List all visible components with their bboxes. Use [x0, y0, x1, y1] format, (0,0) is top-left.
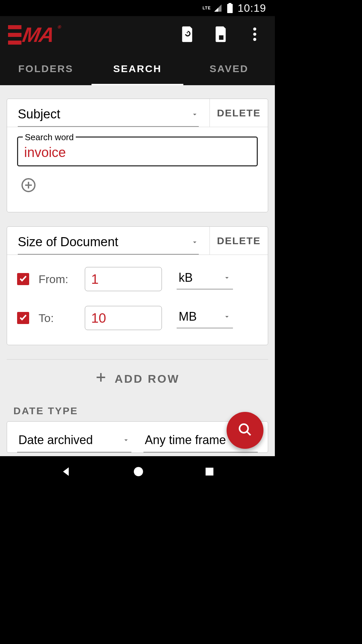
from-unit-select[interactable]: kB [177, 269, 233, 289]
overflow-button[interactable] [243, 23, 267, 47]
to-unit-select[interactable]: MB [177, 308, 233, 328]
nav-back-button[interactable] [61, 466, 72, 479]
chevron-down-icon [223, 310, 231, 324]
save-icon [215, 26, 228, 44]
restore-icon [181, 26, 194, 44]
from-label: From: [39, 273, 75, 286]
criteria-field-value: Size of Document [18, 235, 118, 249]
svg-point-4 [253, 33, 256, 36]
criteria-field-select[interactable]: Size of Document [18, 233, 199, 255]
restore-button[interactable] [176, 23, 200, 47]
battery-icon [227, 3, 233, 13]
system-nav-bar [0, 456, 275, 488]
date-type-select[interactable]: Date archived [17, 430, 131, 452]
chevron-down-icon [122, 433, 130, 447]
to-label: To: [39, 312, 75, 325]
nav-home-button[interactable] [133, 467, 143, 478]
tab-saved[interactable]: SAVED [183, 54, 275, 85]
svg-point-11 [240, 424, 248, 433]
logo-bars-icon [8, 25, 21, 45]
date-type-value: Date archived [18, 433, 93, 447]
svg-point-5 [253, 38, 256, 41]
more-vert-icon [253, 28, 256, 42]
to-value-input[interactable]: 10 [85, 306, 162, 330]
nav-recent-button[interactable] [205, 467, 214, 478]
chevron-down-icon [223, 271, 231, 285]
plus-icon [95, 372, 107, 386]
save-button[interactable] [209, 23, 233, 47]
clock: 10:19 [238, 2, 266, 14]
app-logo: MA® [8, 24, 54, 45]
svg-rect-2 [219, 35, 223, 40]
chevron-down-icon [191, 107, 199, 121]
delete-criteria-button[interactable]: DELETE [209, 99, 268, 127]
svg-line-12 [247, 432, 251, 435]
svg-point-13 [134, 467, 143, 476]
size-to-row: To: 10 MB [17, 306, 258, 330]
criteria-subject-card: Subject DELETE Search word invoice [7, 99, 268, 212]
search-word-label: Search word [23, 132, 76, 143]
signal-icon [214, 4, 222, 12]
search-word-value: invoice [24, 145, 251, 160]
tab-folders[interactable]: FOLDERS [0, 54, 92, 85]
logo-text: MA® [21, 24, 56, 45]
search-icon [238, 422, 252, 438]
search-form: Subject DELETE Search word invoice [0, 85, 275, 456]
divider [7, 359, 268, 360]
tab-bar: FOLDERS SEARCH SAVED [0, 54, 275, 85]
to-unit-value: MB [179, 310, 197, 324]
svg-point-3 [253, 28, 256, 31]
chevron-down-icon [191, 235, 199, 249]
add-row-button[interactable]: ADD ROW [7, 372, 268, 398]
from-value-input[interactable]: 1 [85, 267, 162, 291]
criteria-size-card: Size of Document DELETE From: 1 kB [7, 226, 268, 345]
svg-rect-1 [229, 3, 231, 4]
criteria-field-value: Subject [18, 107, 60, 121]
check-icon [19, 313, 27, 323]
search-fab[interactable] [227, 412, 263, 449]
date-range-value: Any time frame [145, 433, 226, 447]
add-row-label: ADD ROW [115, 372, 180, 385]
date-section-title: DATE TYPE [13, 405, 268, 417]
svg-rect-14 [205, 468, 213, 475]
size-from-row: From: 1 kB [17, 267, 258, 291]
tab-search[interactable]: SEARCH [92, 54, 183, 85]
from-checkbox[interactable] [17, 273, 29, 285]
delete-criteria-button[interactable]: DELETE [209, 227, 268, 255]
to-checkbox[interactable] [17, 312, 29, 324]
status-bar: LTE 10:19 [0, 0, 275, 16]
search-word-input[interactable]: Search word invoice [17, 137, 258, 166]
network-label: LTE [202, 6, 211, 10]
add-term-button[interactable] [21, 178, 258, 194]
app-bar: MA® [0, 16, 275, 54]
plus-circle-icon [21, 188, 36, 194]
check-icon [19, 274, 27, 284]
svg-rect-0 [227, 4, 233, 13]
from-unit-value: kB [179, 271, 193, 285]
criteria-field-select[interactable]: Subject [18, 105, 199, 127]
